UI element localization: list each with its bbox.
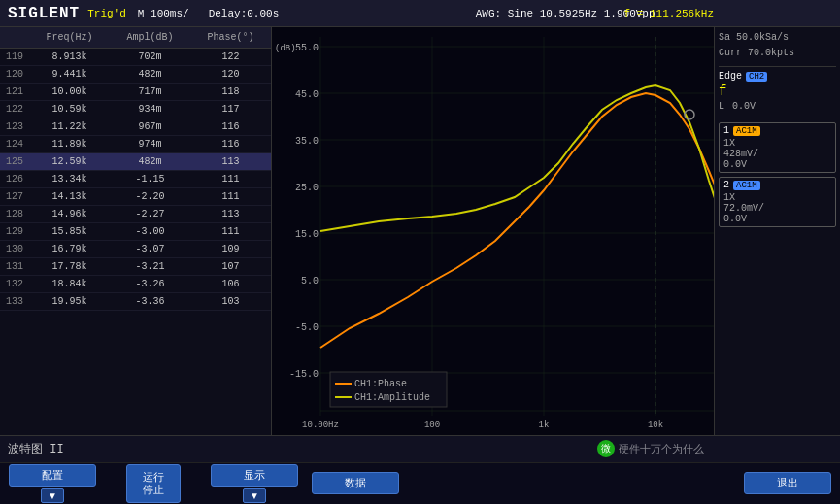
col-num: [0, 30, 29, 45]
row-phase: 106: [190, 278, 271, 290]
row-phase: 111: [190, 190, 271, 203]
row-freq: 14.13k: [29, 190, 110, 203]
row-phase: 113: [190, 155, 271, 168]
row-ampl: -3.21: [110, 260, 190, 273]
svg-text:25.0: 25.0: [295, 183, 319, 193]
main-area: Freq(Hz) Ampl(dB) Phase(°) 119 8.913k 70…: [0, 27, 840, 435]
svg-text:100: 100: [424, 420, 440, 430]
bottom-title: 波特图 II: [8, 441, 64, 457]
svg-text:1k: 1k: [539, 420, 550, 430]
row-freq: 18.84k: [29, 278, 110, 290]
awg-info: AWG: Sine 10.5925Hz 1.900Vpp: [298, 8, 832, 19]
row-freq: 10.59k: [29, 103, 110, 116]
row-num: 127: [0, 190, 29, 203]
table-row: 133 19.95k -3.36 103: [0, 293, 271, 311]
ch1-box: 1 AC1M 1X 428mV/ 0.0V: [719, 122, 836, 173]
row-num: 131: [0, 260, 29, 273]
ch1-scale: 1X: [723, 138, 831, 149]
ch2-edge-badge: CH2: [746, 72, 767, 82]
row-phase: 117: [190, 103, 271, 116]
siglent-logo: SIGLENT: [8, 5, 80, 22]
back-button[interactable]: 退出: [744, 472, 831, 494]
display-button[interactable]: 显示: [211, 464, 298, 487]
table-row: 132 18.84k -3.26 106: [0, 276, 271, 293]
row-num: 121: [0, 85, 29, 98]
row-phase: 116: [190, 120, 271, 133]
svg-text:5.0: 5.0: [301, 276, 319, 286]
config-btn-group: 配置 ▼: [4, 464, 101, 503]
bottom-buttons-bar: 配置 ▼ 运行停止 显示 ▼ 数据 退出: [0, 462, 840, 504]
watermark-text: 硬件十万个为什么: [619, 442, 704, 456]
table-row: 131 17.78k -3.21 107: [0, 258, 271, 276]
divider-1: [719, 66, 836, 67]
data-table: Freq(Hz) Ampl(dB) Phase(°) 119 8.913k 70…: [0, 27, 272, 435]
divider-2: [719, 118, 836, 118]
data-btn-group: 数据: [307, 472, 404, 496]
row-num: 122: [0, 103, 29, 116]
row-ampl: 934m: [110, 103, 190, 116]
row-num: 125: [0, 155, 29, 168]
header-bar: SIGLENT Trig'd M 100ms/ Delay:0.00s AWG:…: [0, 0, 840, 27]
row-phase: 120: [190, 68, 271, 81]
sa-rate: Sa 50.0kSa/s: [719, 31, 836, 45]
ch1-badge: AC1M: [733, 126, 760, 136]
display-btn-group: 显示 ▼: [206, 464, 303, 503]
ch2-badge: AC1M: [733, 181, 760, 190]
row-num: 129: [0, 225, 29, 238]
row-freq: 17.78k: [29, 260, 110, 273]
row-ampl: 967m: [110, 120, 190, 133]
row-num: 132: [0, 278, 29, 290]
display-arrow[interactable]: ▼: [243, 488, 266, 503]
row-phase: 111: [190, 225, 271, 238]
svg-text:45.0: 45.0: [295, 89, 319, 100]
row-num: 123: [0, 120, 29, 133]
row-ampl: -3.07: [110, 243, 190, 255]
row-freq: 12.59k: [29, 155, 110, 168]
ch1-voltage: 428mV/: [723, 149, 831, 159]
config-arrow[interactable]: ▼: [41, 488, 64, 503]
row-freq: 11.22k: [29, 120, 110, 133]
table-row: 123 11.22k 967m 116: [0, 118, 271, 136]
table-row: 125 12.59k 482m 113: [0, 153, 271, 171]
svg-text:55.0: 55.0: [295, 43, 319, 53]
legend-ampl-label: CH1:Amplitude: [354, 392, 430, 403]
l-row: L 0.0V: [719, 101, 836, 112]
row-phase: 116: [190, 138, 271, 151]
bode-chart: 55.0 45.0 35.0 25.0 15.0 5.0 -5.0 -15.0 …: [272, 27, 714, 435]
row-num: 124: [0, 138, 29, 151]
run-stop-button[interactable]: 运行停止: [126, 464, 181, 503]
row-phase: 107: [190, 260, 271, 273]
table-body: 119 8.913k 702m 122 120 9.441k 482m 120 …: [0, 49, 271, 435]
l-label: L: [719, 101, 724, 112]
col-freq: Freq(Hz): [29, 30, 110, 45]
ch2-offset: 0.0V: [723, 214, 831, 224]
row-phase: 122: [190, 50, 271, 63]
ch1-label-row: 1 AC1M: [723, 125, 831, 136]
row-ampl: -3.26: [110, 278, 190, 290]
table-header: Freq(Hz) Ampl(dB) Phase(°): [0, 27, 271, 49]
table-row: 120 9.441k 482m 120: [0, 66, 271, 84]
time-div: M 100ms/: [138, 8, 189, 19]
svg-text:-15.0: -15.0: [289, 369, 319, 380]
data-button[interactable]: 数据: [312, 472, 399, 494]
table-row: 124 11.89k 974m 116: [0, 136, 271, 153]
edge-row: Edge CH2: [719, 71, 836, 82]
ch2-scale: 1X: [723, 192, 831, 203]
curr-pts: Curr 70.0kpts: [719, 47, 836, 60]
row-ampl: -3.00: [110, 225, 190, 238]
row-freq: 15.85k: [29, 225, 110, 238]
svg-text:-5.0: -5.0: [295, 322, 319, 333]
watermark: 微 硬件十万个为什么: [597, 440, 704, 457]
svg-text:15.0: 15.0: [295, 229, 319, 240]
legend-phase-label: CH1:Phase: [354, 379, 407, 389]
row-num: 128: [0, 208, 29, 220]
ch2-voltage: 72.0mV/: [723, 203, 831, 214]
row-num: 120: [0, 68, 29, 81]
row-ampl: -3.36: [110, 295, 190, 308]
config-button[interactable]: 配置: [9, 464, 96, 487]
row-freq: 14.96k: [29, 208, 110, 220]
col-ampl: Ampl(dB): [110, 30, 190, 45]
row-ampl: -1.15: [110, 173, 190, 185]
svg-text:(dB): (dB): [275, 44, 296, 53]
row-phase: 113: [190, 208, 271, 220]
